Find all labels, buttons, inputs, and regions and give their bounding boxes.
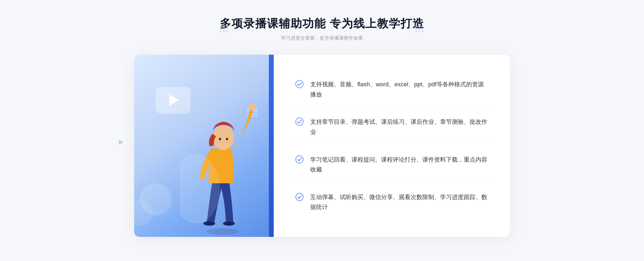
check-circle-icon-3 [295, 155, 304, 164]
accent-bar [269, 55, 274, 237]
check-circle-icon-2 [295, 117, 304, 126]
left-illustration-panel [134, 55, 274, 237]
decorative-dots-right [415, 25, 424, 32]
check-circle-icon-1 [295, 80, 304, 88]
svg-point-3 [249, 103, 255, 111]
svg-point-9 [296, 80, 303, 88]
feature-item-4: 互动弹幕、试听购买、微信分享、观看次数限制、学习进度跟踪、数据统计 [295, 186, 488, 219]
right-features-panel: 支持视频、音频、flash、word、excel、ppt、pdf等各种格式的资源… [274, 55, 510, 237]
page-wrapper: 多项录播课辅助功能 专为线上教学打造 学习进度全掌握，提升录播课教学效果 » [0, 0, 644, 261]
feature-text-4: 互动弹幕、试听购买、微信分享、观看次数限制、学习进度跟踪、数据统计 [310, 192, 488, 212]
feature-item-3: 学习笔记回看、课程提问、课程评论打分、课件资料下载，重点内容收藏 [295, 148, 488, 181]
content-area: 支持视频、音频、flash、word、excel、ppt、pdf等各种格式的资源… [134, 55, 510, 237]
feature-text-2: 支持章节目录、弹题考试、课后练习、课后作业、章节测验、批改作业 [310, 117, 488, 137]
check-circle-icon-4 [295, 193, 304, 201]
svg-point-11 [296, 156, 303, 163]
svg-point-7 [226, 138, 228, 140]
svg-point-10 [296, 118, 303, 125]
feature-text-1: 支持视频、音频、flash、word、excel、ppt、pdf等各种格式的资源… [310, 79, 488, 99]
feature-text-3: 学习笔记回看、课程提问、课程评论打分、课件资料下载，重点内容收藏 [310, 155, 488, 175]
person-illustration [180, 81, 266, 237]
svg-point-5 [213, 126, 234, 150]
page-subtitle: 学习进度全掌握，提升录播课教学效果 [0, 35, 644, 41]
dot-grid-decoration [142, 68, 188, 79]
svg-point-6 [219, 138, 221, 140]
svg-point-2 [223, 221, 235, 226]
play-icon [169, 94, 179, 106]
svg-point-12 [296, 193, 303, 201]
outer-chevron-left: » [118, 137, 123, 147]
feature-item-1: 支持视频、音频、flash、word、excel、ppt、pdf等各种格式的资源… [295, 73, 488, 106]
feature-item-2: 支持章节目录、弹题考试、课后练习、课后作业、章节测验、批改作业 [295, 110, 488, 144]
header-section: 多项录播课辅助功能 专为线上教学打造 学习进度全掌握，提升录播课教学效果 [0, 16, 644, 41]
page-title: 多项录播课辅助功能 专为线上教学打造 [0, 16, 644, 31]
decorative-dots-left [220, 25, 229, 32]
svg-point-0 [207, 228, 239, 235]
svg-point-1 [203, 221, 215, 226]
